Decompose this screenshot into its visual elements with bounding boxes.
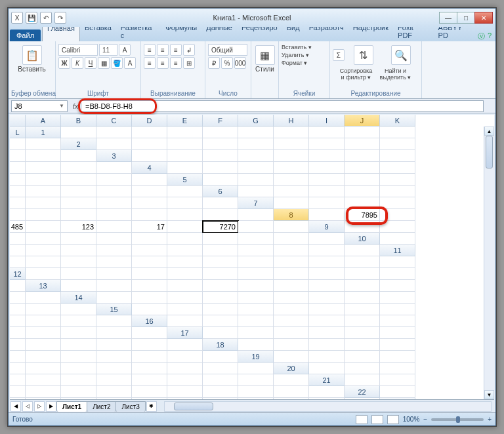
cell-K4[interactable] bbox=[96, 174, 132, 186]
cell-A1[interactable] bbox=[61, 127, 96, 138]
page-layout-view-button[interactable] bbox=[371, 415, 383, 424]
cell-A2[interactable] bbox=[96, 138, 132, 150]
cell-E6[interactable] bbox=[380, 186, 415, 197]
cell-I18[interactable] bbox=[96, 351, 132, 363]
cell-C4[interactable] bbox=[238, 162, 274, 174]
cell-F17[interactable] bbox=[380, 327, 415, 339]
cell-A10[interactable] bbox=[380, 233, 415, 245]
align-left-button[interactable]: ≡ bbox=[144, 57, 156, 69]
row-header-16[interactable]: 16 bbox=[132, 315, 167, 327]
cell-E10[interactable] bbox=[96, 245, 132, 256]
cell-A20[interactable] bbox=[309, 363, 345, 374]
cell-C19[interactable] bbox=[345, 351, 380, 363]
cell-H2[interactable] bbox=[345, 138, 380, 150]
cell-A21[interactable] bbox=[345, 374, 380, 386]
row-header-10[interactable]: 10 bbox=[345, 233, 380, 245]
cell-A8[interactable] bbox=[309, 209, 345, 221]
cell-F18[interactable] bbox=[10, 351, 26, 363]
cell-B21[interactable] bbox=[380, 374, 415, 386]
cell-K13[interactable] bbox=[10, 292, 26, 304]
minimize-ribbon-icon[interactable]: ⓥ bbox=[478, 31, 485, 41]
row-header-8[interactable]: 8 bbox=[274, 209, 309, 221]
cell-J9[interactable] bbox=[238, 233, 274, 245]
cell-G13[interactable] bbox=[274, 280, 309, 292]
cell-H12[interactable] bbox=[274, 268, 309, 280]
cell-G20[interactable] bbox=[96, 374, 132, 386]
cell-J21[interactable] bbox=[238, 386, 274, 398]
cell-G16[interactable] bbox=[380, 315, 415, 327]
cell-C10[interactable] bbox=[26, 245, 61, 256]
cell-B8[interactable]: 7895 bbox=[345, 209, 380, 221]
cell-A3[interactable] bbox=[132, 150, 167, 162]
cell-I1[interactable] bbox=[345, 127, 380, 138]
cell-L15[interactable] bbox=[96, 315, 132, 327]
cell-E3[interactable] bbox=[274, 150, 309, 162]
cell-L9[interactable] bbox=[309, 233, 345, 245]
cell-C6[interactable] bbox=[309, 186, 345, 197]
insert-cells-button[interactable]: Вставить ▾ bbox=[282, 44, 327, 50]
cell-I21[interactable] bbox=[203, 386, 238, 398]
row-header-9[interactable]: 9 bbox=[309, 221, 345, 233]
cell-I11[interactable] bbox=[274, 256, 309, 268]
row-header-17[interactable]: 17 bbox=[167, 327, 203, 339]
cell-D16[interactable] bbox=[274, 315, 309, 327]
merge-button[interactable]: ⊞ bbox=[183, 57, 195, 69]
zoom-out-button[interactable]: − bbox=[423, 416, 427, 423]
cell-B9[interactable] bbox=[380, 221, 415, 233]
cell-I14[interactable] bbox=[380, 292, 415, 304]
cell-K6[interactable] bbox=[167, 197, 203, 209]
cell-J3[interactable] bbox=[26, 162, 61, 174]
cell-B3[interactable] bbox=[167, 150, 203, 162]
cell-L4[interactable] bbox=[132, 174, 167, 186]
cell-D17[interactable] bbox=[309, 327, 345, 339]
cell-H9[interactable] bbox=[167, 233, 203, 245]
cell-G6[interactable] bbox=[26, 197, 61, 209]
cell-B7[interactable] bbox=[309, 197, 345, 209]
cell-G15[interactable] bbox=[345, 304, 380, 315]
cell-E4[interactable] bbox=[309, 162, 345, 174]
cell-B10[interactable] bbox=[10, 245, 26, 256]
cell-B1[interactable] bbox=[96, 127, 132, 138]
delete-cells-button[interactable]: Удалить ▾ bbox=[282, 52, 327, 58]
cell-B14[interactable] bbox=[132, 292, 167, 304]
fill-color-button[interactable]: 🪣 bbox=[111, 57, 123, 69]
first-sheet-button[interactable]: ◀ bbox=[10, 401, 21, 412]
cell-B11[interactable] bbox=[26, 256, 61, 268]
cell-G19[interactable] bbox=[61, 363, 96, 374]
col-header-C[interactable]: C bbox=[96, 115, 132, 127]
cell-A12[interactable] bbox=[26, 268, 61, 280]
cell-G9[interactable] bbox=[132, 233, 167, 245]
row-header-20[interactable]: 20 bbox=[274, 363, 309, 374]
cell-D13[interactable] bbox=[167, 280, 203, 292]
cell-D9[interactable] bbox=[26, 233, 61, 245]
col-header-A[interactable]: A bbox=[26, 115, 61, 127]
cell-E5[interactable] bbox=[345, 174, 380, 186]
cell-H16[interactable] bbox=[10, 327, 26, 339]
cell-H14[interactable] bbox=[345, 292, 380, 304]
currency-button[interactable]: ₽ bbox=[208, 57, 220, 69]
cell-E21[interactable] bbox=[61, 386, 96, 398]
help-icon[interactable]: ? bbox=[488, 31, 492, 41]
cell-K18[interactable] bbox=[167, 351, 203, 363]
cell-D14[interactable] bbox=[203, 292, 238, 304]
font-color-button[interactable]: A bbox=[124, 57, 136, 69]
row-header-2[interactable]: 2 bbox=[61, 138, 96, 150]
cell-L14[interactable] bbox=[61, 304, 96, 315]
cell-H18[interactable] bbox=[61, 351, 96, 363]
cell-B15[interactable] bbox=[167, 304, 203, 315]
row-header-19[interactable]: 19 bbox=[238, 351, 274, 363]
row-header-12[interactable]: 12 bbox=[10, 268, 26, 280]
cell-L16[interactable] bbox=[132, 327, 167, 339]
cell-D2[interactable] bbox=[203, 138, 238, 150]
cell-E8[interactable] bbox=[26, 221, 61, 233]
cell-L6[interactable] bbox=[203, 197, 238, 209]
cell-C8[interactable] bbox=[380, 209, 415, 221]
cell-G11[interactable] bbox=[203, 256, 238, 268]
cell-F11[interactable] bbox=[167, 256, 203, 268]
cell-B19[interactable] bbox=[309, 351, 345, 363]
cell-D8[interactable]: 485 bbox=[10, 221, 26, 233]
cell-G8[interactable] bbox=[96, 221, 132, 233]
save-icon[interactable]: 💾 bbox=[26, 12, 37, 24]
cell-K16[interactable] bbox=[96, 327, 132, 339]
cell-D1[interactable] bbox=[167, 127, 203, 138]
